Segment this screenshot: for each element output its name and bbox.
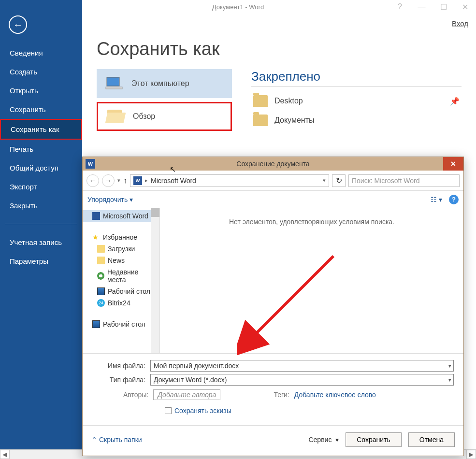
chevron-down-icon[interactable]: ▾ [323,177,326,184]
sidebar-item-close[interactable]: Закрыть [0,196,82,215]
folder-tree: Microsoft Word ★Избранное Загрузки News … [83,208,160,353]
sidebar-item-new[interactable]: Создать [0,62,82,81]
filetype-label: Тип файла: [97,376,145,384]
search-placeholder: Поиск: Microsoft Word [352,177,419,185]
folder-icon [97,245,105,253]
page-heading: Сохранить как [97,39,462,59]
sidebar-item-saveas[interactable]: Сохранить как [0,119,82,140]
pinned-section: Закреплено Desktop 📌 Документы [251,69,462,130]
scroll-right-icon[interactable]: ► [466,450,476,459]
tree-item-desktop[interactable]: Рабочий стол [83,286,159,297]
nav-up-button[interactable]: ↑ [123,176,127,185]
help-button[interactable]: ? [449,195,459,204]
filetype-select[interactable]: Документ Word (*.docx)▾ [150,374,454,386]
tree-favorites[interactable]: ★Избранное [83,231,159,243]
sidebar-menu: Сведения Создать Открыть Сохранить Сохра… [0,43,82,215]
dialog-navbar: ← → ▾ ↑ W ▸ Microsoft Word ▾ ↻ Поиск: Mi… [83,171,463,191]
dialog-titlebar[interactable]: W Сохранение документа ✕ ↖ [83,157,463,171]
service-menu[interactable]: Сервис ▾ [308,436,339,444]
window-controls: ? — ☐ ✕ [389,2,476,12]
sidebar-item-info[interactable]: Сведения [0,43,82,62]
chevron-down-icon[interactable]: ▾ [448,377,451,383]
view-button[interactable]: ☷ ▾ [431,196,442,203]
pinned-heading: Закреплено [251,69,462,86]
pinned-item-documents[interactable]: Документы [251,111,462,130]
pin-icon[interactable]: 📌 [450,97,460,106]
window-title: Документ1 - Word [212,3,264,11]
authors-label: Авторы: [123,391,148,399]
folder-open-icon [106,107,125,126]
search-input[interactable]: Поиск: Microsoft Word [348,174,460,187]
tree-label: Рабочий стол [108,287,150,295]
chevron-down-icon[interactable]: ▾ [117,177,120,184]
close-icon[interactable]: ✕ [454,2,476,12]
thumbs-checkbox-row[interactable]: Сохранять эскизы [165,407,454,415]
option-label: Обзор [133,112,155,121]
authors-input[interactable]: Добавьте автора [153,389,220,400]
back-button[interactable]: ← [9,15,27,34]
word-icon [92,212,100,220]
maximize-icon[interactable]: ☐ [433,2,454,12]
dialog-close-button[interactable]: ✕ [443,157,463,171]
tree-label: Bitrix24 [108,299,130,307]
folder-icon [253,115,268,126]
dialog-title: Сохранение документа [236,160,309,168]
save-dialog: W Сохранение документа ✕ ↖ ← → ▾ ↑ W ▸ M… [82,157,464,456]
tree-item-bitrix24[interactable]: 24Bitrix24 [83,297,159,309]
chevron-down-icon: ▾ [130,196,133,203]
pinned-label: Desktop [274,97,303,105]
backstage-sidebar: ← Сведения Создать Открыть Сохранить Сох… [0,0,82,459]
nav-back-button[interactable]: ← [87,174,99,187]
tree-label: Загрузки [108,245,135,253]
tags-label: Теги: [274,391,289,399]
tree-root[interactable]: Microsoft Word [83,210,159,222]
tree-desktop-root[interactable]: Рабочий стол [83,318,159,330]
cancel-button[interactable]: Отмена [408,432,455,447]
sidebar-item-options[interactable]: Параметры [0,252,82,271]
pinned-item-desktop[interactable]: Desktop 📌 [251,91,462,111]
checkbox-icon[interactable] [165,407,172,414]
tags-link[interactable]: Добавьте ключевое слово [294,391,376,399]
tree-scrollbar[interactable] [151,208,159,353]
svg-rect-1 [106,87,122,89]
folder-icon [97,257,105,264]
save-button[interactable]: Сохранить [346,432,402,447]
filename-label: Имя файла: [97,362,145,370]
help-icon[interactable]: ? [389,2,411,12]
tree-label: Рабочий стол [103,320,145,328]
hide-folders-button[interactable]: ⌃Скрыть папки [91,436,142,444]
path-segment[interactable]: Microsoft Word [151,177,196,185]
tree-item-news[interactable]: News [83,255,159,266]
folder-icon [253,95,268,107]
minimize-icon[interactable]: — [411,2,433,12]
nav-forward-button[interactable]: → [102,174,115,187]
chevron-down-icon[interactable]: ▾ [448,363,451,369]
sidebar-item-open[interactable]: Открыть [0,81,82,100]
sidebar-item-share[interactable]: Общий доступ [0,158,82,177]
refresh-button[interactable]: ↻ [332,174,346,187]
word-icon: W [133,176,142,185]
globe-icon [97,272,104,280]
organize-menu[interactable]: Упорядочить ▾ [87,196,133,203]
address-bar[interactable]: W ▸ Microsoft Word ▾ [130,174,329,187]
sidebar-item-account[interactable]: Учетная запись [0,233,82,252]
scroll-left-icon[interactable]: ◄ [0,450,10,459]
monitor-icon [97,287,105,295]
svg-rect-0 [107,77,119,86]
filename-input[interactable]: Мой первый документ.docx▾ [150,360,454,372]
computer-icon [104,74,124,93]
sidebar-item-export[interactable]: Экспорт [0,177,82,196]
dialog-toolbar: Упорядочить ▾ ☷ ▾ ? [83,191,463,208]
thumbs-label: Сохранять эскизы [174,407,231,415]
chevron-right-icon: ▸ [145,177,148,184]
sidebar-item-print[interactable]: Печать [0,140,82,158]
tree-item-recent[interactable]: Недавние места [83,266,159,286]
star-icon: ★ [92,233,100,241]
tree-label: Microsoft Word [103,212,148,220]
option-this-computer[interactable]: Этот компьютер [97,69,232,98]
bitrix-icon: 24 [97,299,105,307]
tree-item-downloads[interactable]: Загрузки [83,243,159,255]
option-browse[interactable]: Обзор [97,102,232,131]
signin-link[interactable]: Вход [452,19,468,28]
sidebar-item-save[interactable]: Сохранить [0,100,82,119]
